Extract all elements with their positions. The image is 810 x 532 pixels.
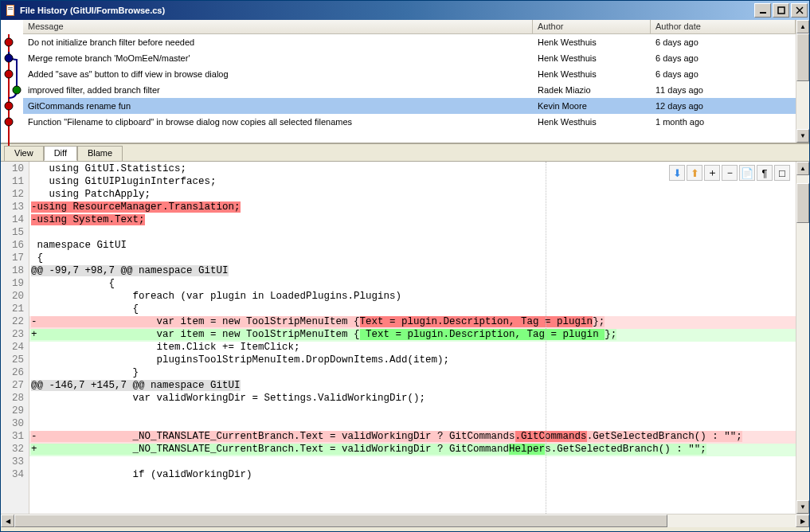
code-line xyxy=(29,405,796,418)
code-line: { xyxy=(29,252,796,265)
code-line: - _NO_TRANSLATE_CurrentBranch.Text = val… xyxy=(29,431,796,444)
code-line: - var item = new ToolStripMenuItem {Text… xyxy=(29,316,796,329)
code-line xyxy=(29,418,796,431)
file-icon-button[interactable]: 📄 xyxy=(739,165,755,181)
diff-editor: 1011121314151617181920212223242526272829… xyxy=(1,162,809,514)
line-number: 34 xyxy=(1,469,29,482)
window-title: File History (GitUI/FormBrowse.cs) xyxy=(20,6,754,15)
commit-row[interactable]: GitCommands rename funKevin Moore12 days… xyxy=(23,98,796,114)
code-area[interactable]: using GitUI.Statistics; using GitUIPlugi… xyxy=(29,162,796,514)
scroll-thumb[interactable] xyxy=(796,183,809,223)
editor-vscroll[interactable]: ▲ ▼ xyxy=(796,162,809,514)
maximize-button[interactable] xyxy=(773,3,789,18)
commit-graph xyxy=(1,20,23,143)
grid-body: Do not initialize branch filter before n… xyxy=(23,34,796,143)
options-button[interactable]: □ xyxy=(774,165,790,181)
line-number: 32 xyxy=(1,444,29,456)
col-message[interactable]: Message xyxy=(23,20,533,33)
scroll-thumb[interactable] xyxy=(796,33,809,81)
line-number: 28 xyxy=(1,393,29,405)
code-line: if (validWorkingDir) xyxy=(29,469,796,482)
code-line: pluginsToolStripMenuItem.DropDownItems.A… xyxy=(29,354,796,367)
line-number: 20 xyxy=(1,291,29,303)
code-line: -using ResourceManager.Translation; xyxy=(29,201,796,214)
tab-view[interactable]: View xyxy=(4,146,44,161)
line-number: 14 xyxy=(1,214,29,227)
scroll-thumb[interactable] xyxy=(14,514,667,527)
editor-toolbar: ⬇⬆＋－📄¶□ xyxy=(667,163,792,182)
col-author[interactable]: Author xyxy=(533,20,651,33)
commit-row[interactable]: Do not initialize branch filter before n… xyxy=(23,34,796,50)
svg-rect-1 xyxy=(7,6,14,15)
commit-date: 6 days ago xyxy=(651,68,796,80)
svg-point-11 xyxy=(5,70,13,78)
scroll-down-icon[interactable]: ▼ xyxy=(796,129,809,143)
prev-diff-button[interactable]: ⬆ xyxy=(687,165,702,181)
svg-point-10 xyxy=(5,54,13,62)
line-number: 30 xyxy=(1,418,29,431)
scroll-up-icon[interactable]: ▲ xyxy=(796,20,809,33)
code-line: } xyxy=(29,367,796,380)
commit-message: Merge remote branch 'MoOmEeN/master' xyxy=(23,52,533,65)
line-number: 26 xyxy=(1,367,29,380)
code-line: + _NO_TRANSLATE_CurrentBranch.Text = val… xyxy=(29,444,796,456)
commit-author: Kevin Moore xyxy=(533,100,651,112)
line-number: 21 xyxy=(1,303,29,316)
tab-bar: ViewDiffBlame xyxy=(1,144,809,162)
scroll-left-icon[interactable]: ◀ xyxy=(1,514,14,527)
commit-row[interactable]: improved filter, added branch filterRade… xyxy=(23,82,796,98)
line-number: 11 xyxy=(1,176,29,189)
commit-row[interactable]: Added "save as" button to diff view in b… xyxy=(23,66,796,82)
scroll-down-icon[interactable]: ▼ xyxy=(796,500,809,514)
svg-rect-5 xyxy=(778,7,785,14)
line-number: 25 xyxy=(1,354,29,367)
code-line xyxy=(29,227,796,240)
scroll-right-icon[interactable]: ▶ xyxy=(796,514,809,527)
commit-date: 11 days ago xyxy=(651,84,796,96)
code-line: namespace GitUI xyxy=(29,240,796,252)
code-line: { xyxy=(29,303,796,316)
code-line: @@ -146,7 +145,7 @@ namespace GitUI xyxy=(29,380,796,393)
tab-diff[interactable]: Diff xyxy=(44,146,77,161)
svg-rect-3 xyxy=(8,9,13,10)
tab-blame[interactable]: Blame xyxy=(77,146,123,161)
svg-point-9 xyxy=(5,38,13,46)
svg-point-12 xyxy=(13,86,21,94)
line-number: 22 xyxy=(1,316,29,329)
commit-date: 6 days ago xyxy=(651,36,796,49)
line-number: 33 xyxy=(1,456,29,469)
commit-date: 12 days ago xyxy=(651,100,796,112)
commit-message: improved filter, added branch filter xyxy=(23,84,533,96)
commit-history: Message Author Author date Do not initia… xyxy=(1,20,809,144)
commit-author: Henk Westhuis xyxy=(533,52,651,65)
commit-author: Henk Westhuis xyxy=(533,36,651,49)
scroll-up-icon[interactable]: ▲ xyxy=(796,162,809,175)
editor-hscroll[interactable]: ◀ ▶ xyxy=(1,514,809,527)
line-number: 13 xyxy=(1,201,29,214)
minimize-button[interactable] xyxy=(754,3,771,18)
next-diff-button[interactable]: ⬇ xyxy=(669,165,685,181)
line-number: 31 xyxy=(1,431,29,444)
commit-row[interactable]: Merge remote branch 'MoOmEeN/master'Henk… xyxy=(23,50,796,66)
line-number: 12 xyxy=(1,189,29,201)
commit-message: Do not initialize branch filter before n… xyxy=(23,36,533,49)
line-number: 17 xyxy=(1,252,29,265)
code-line xyxy=(29,456,796,469)
whitespace-toggle-button[interactable]: ¶ xyxy=(757,165,773,181)
line-number: 24 xyxy=(1,342,29,354)
titlebar: File History (GitUI/FormBrowse.cs) xyxy=(1,1,809,20)
commit-scrollbar[interactable]: ▲ ▼ xyxy=(796,20,809,143)
code-line: -using System.Text; xyxy=(29,214,796,227)
svg-point-14 xyxy=(5,118,13,126)
svg-point-13 xyxy=(5,102,13,110)
decrease-context-button[interactable]: － xyxy=(722,165,738,181)
col-date[interactable]: Author date xyxy=(651,20,796,33)
commit-author: Henk Westhuis xyxy=(533,68,651,80)
commit-row[interactable]: Function "Filename to clipboard" in brow… xyxy=(23,114,796,130)
code-line: + var item = new ToolStripMenuItem { Tex… xyxy=(29,329,796,342)
close-button[interactable] xyxy=(791,3,808,18)
line-number: 27 xyxy=(1,380,29,393)
app-icon xyxy=(4,4,17,17)
increase-context-button[interactable]: ＋ xyxy=(704,165,720,181)
line-number: 18 xyxy=(1,265,29,278)
